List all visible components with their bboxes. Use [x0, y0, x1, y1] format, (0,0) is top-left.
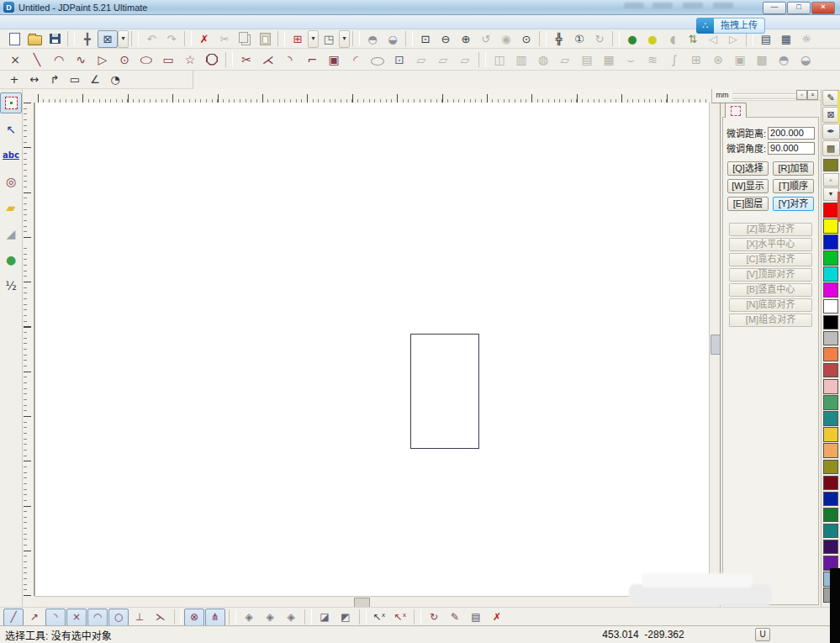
swatch-forest[interactable]	[823, 508, 838, 523]
shear-shape[interactable]: ▱	[554, 50, 576, 69]
snap-grid[interactable]: ⊗	[184, 609, 204, 626]
new-file-button[interactable]	[4, 30, 24, 48]
unit-toggle-button[interactable]: U	[755, 628, 770, 641]
swatch-red[interactable]	[823, 203, 838, 218]
swatch-green[interactable]	[823, 250, 838, 266]
snap-perpendicular[interactable]: ⊥	[129, 609, 150, 626]
surface-project-b[interactable]: ◩	[335, 609, 356, 626]
snap-intersection[interactable]: ×	[66, 609, 87, 626]
drawn-rectangle[interactable]	[410, 334, 479, 449]
swatch-magenta[interactable]	[823, 282, 838, 298]
dim-point[interactable]: +	[4, 71, 24, 88]
horizontal-scrollbar[interactable]	[34, 596, 709, 608]
zoom-window-button[interactable]: ⊡	[415, 30, 436, 48]
sculpt-path[interactable]: ∫	[663, 50, 685, 69]
swatch-brick[interactable]	[823, 363, 838, 378]
align-hcenter-button[interactable]: [X]水平中心	[729, 238, 812, 251]
hatch-fill[interactable]: ▦	[598, 50, 620, 69]
title-bar[interactable]: D Untitled - JDPaint 5.21 Ultimate — □ ×	[0, 0, 840, 15]
open-file-button[interactable]	[24, 30, 45, 48]
snap-tangent-line[interactable]: ⋋	[151, 609, 171, 626]
lock-r-button[interactable]: [R]加锁	[773, 161, 814, 176]
swatch-seagreen[interactable]	[823, 395, 838, 410]
minimize-button[interactable]: —	[763, 2, 786, 14]
palette-scroll-down-button[interactable]: ▼	[823, 187, 839, 201]
swatch-teal-dark[interactable]	[823, 524, 838, 539]
save-file-button[interactable]	[45, 30, 65, 48]
vertical-scrollbar[interactable]	[709, 103, 721, 596]
plane-xy-button[interactable]: ◈	[239, 609, 259, 626]
texture-wave[interactable]: ≋	[642, 50, 663, 69]
current-color-swatch[interactable]	[823, 159, 838, 171]
zoom-previous-button[interactable]: ↺	[476, 30, 496, 48]
redo-button[interactable]: ↷	[161, 30, 182, 48]
oval-tool[interactable]	[367, 50, 388, 69]
ring-transform-tool[interactable]: ◎	[0, 171, 22, 192]
zoom-in-button[interactable]: ⊕	[456, 30, 476, 48]
combine-shapes[interactable]: ◫	[489, 50, 510, 69]
weld-shapes[interactable]: ◍	[532, 50, 554, 69]
relief-dome-b[interactable]: ◒	[795, 50, 816, 69]
draw-rectangle[interactable]: ▭	[157, 50, 179, 69]
dim-radius[interactable]: ◔	[105, 71, 125, 88]
paste-button[interactable]	[255, 30, 275, 48]
split-columns[interactable]: ▥	[510, 50, 532, 69]
panel-tab-select[interactable]	[725, 103, 747, 118]
align-y-button[interactable]: [Y]对齐	[773, 197, 814, 211]
draw-point[interactable]: ×	[4, 50, 26, 69]
region-pattern[interactable]: ▣	[729, 50, 751, 69]
snap-endpoint[interactable]: ╱	[3, 609, 24, 626]
plane-xz-button[interactable]: ◈	[260, 609, 280, 626]
clay-tool[interactable]: ●	[0, 249, 22, 270]
relief-dome-a[interactable]: ◓	[773, 50, 795, 69]
select-mode-button[interactable]: ⊠	[98, 30, 118, 48]
pick-filter-button[interactable]: ↖ˣ	[369, 609, 389, 626]
node-edit-tool[interactable]: ↖	[0, 119, 22, 140]
pan-view-button[interactable]: ╬	[549, 30, 569, 48]
spline-handles[interactable]: ⌣	[620, 50, 642, 69]
draw-polygon[interactable]	[201, 50, 223, 69]
panel-header[interactable]: ▫ ×	[721, 89, 821, 101]
pattern-array[interactable]: ⊛	[707, 50, 729, 69]
view-cube-dropdown[interactable]: ▾	[339, 30, 350, 48]
copy-button[interactable]	[235, 30, 255, 48]
swatch-maroon[interactable]	[823, 476, 838, 491]
align-top-button[interactable]: [V]顶部对齐	[729, 268, 812, 282]
cut-button[interactable]: ✂	[214, 30, 235, 48]
nested-offset[interactable]: ⊡	[388, 50, 410, 69]
swatch-peach[interactable]	[823, 443, 838, 458]
draw-polyline[interactable]: ▷	[92, 50, 114, 69]
zoom-object-button[interactable]: ⊙	[516, 30, 536, 48]
drag-upload-badge[interactable]: ∴ 拖拽上传	[696, 18, 765, 34]
sheet-clear-button[interactable]: ▤	[466, 609, 486, 626]
align-group-button[interactable]: [M]组合对齐	[729, 314, 812, 327]
swatch-olive[interactable]	[823, 460, 838, 475]
close-button[interactable]: ×	[811, 2, 835, 14]
trim-cut[interactable]: ✂	[235, 50, 257, 69]
order-t-button[interactable]: [T]顺序	[773, 179, 814, 193]
snap-corner[interactable]: ◝	[45, 609, 66, 626]
panel-restore-button[interactable]: ▫	[796, 90, 807, 100]
draw-star[interactable]: ☆	[179, 50, 201, 69]
swatch-teal[interactable]	[823, 411, 838, 426]
param-table-button[interactable]: ▦	[776, 30, 796, 48]
undo-button[interactable]: ↶	[141, 30, 161, 48]
zoom-out-button[interactable]: ⊖	[436, 30, 456, 48]
swatch-gray[interactable]	[823, 331, 838, 346]
cancel-all-button[interactable]: ✗	[487, 609, 507, 626]
array-copy[interactable]: ▱	[410, 50, 432, 69]
surface-project-a[interactable]: ◪	[314, 609, 335, 626]
palette-scroll-up-button[interactable]: ▲	[823, 173, 839, 187]
swatch-navy[interactable]	[823, 492, 838, 507]
snap-nearest[interactable]: ↗	[24, 609, 45, 626]
swatch-yellow[interactable]	[823, 219, 838, 234]
dim-rect[interactable]: ▭	[65, 71, 85, 88]
light-on-button[interactable]: ●	[622, 30, 642, 48]
zoom-actual-button[interactable]: ①	[569, 30, 589, 48]
snap-tangent-arc[interactable]: ◠	[87, 609, 108, 626]
fill-tool[interactable]: ▰	[0, 197, 22, 218]
swatch-blue[interactable]	[823, 235, 838, 250]
rotate-copy[interactable]: ▱	[454, 50, 476, 69]
work-plane-button[interactable]: ⊞	[288, 30, 308, 48]
light-off-button[interactable]: ●	[642, 30, 663, 48]
